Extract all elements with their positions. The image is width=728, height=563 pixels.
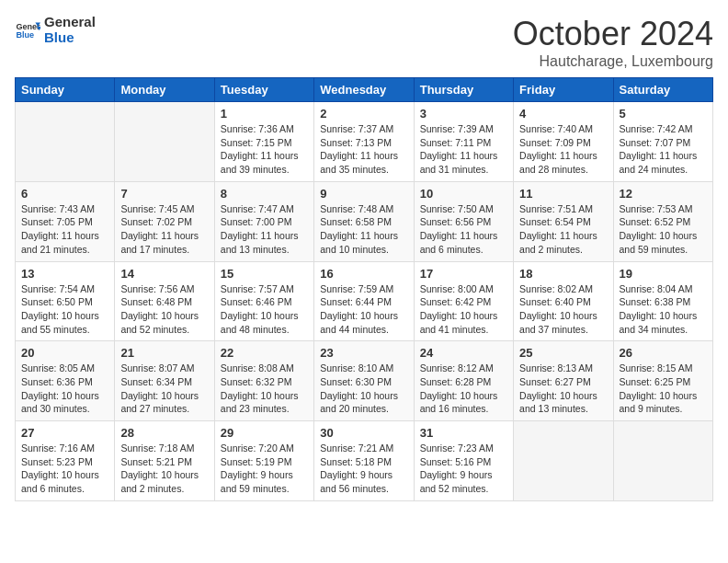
day-info: Sunrise: 8:07 AMSunset: 6:34 PMDaylight:… (120, 362, 208, 416)
calendar-cell: 25Sunrise: 8:13 AMSunset: 6:27 PMDayligh… (514, 341, 613, 421)
calendar-cell: 1Sunrise: 7:36 AMSunset: 7:15 PMDaylight… (214, 102, 313, 182)
calendar-week-row: 13Sunrise: 7:54 AMSunset: 6:50 PMDayligh… (16, 261, 713, 341)
calendar-cell: 21Sunrise: 8:07 AMSunset: 6:34 PMDayligh… (115, 341, 214, 421)
day-number: 20 (21, 346, 108, 360)
day-header-friday: Friday (514, 78, 613, 102)
day-info: Sunrise: 7:43 AMSunset: 7:05 PMDaylight:… (21, 202, 108, 257)
day-number: 27 (21, 426, 108, 440)
calendar-cell: 8Sunrise: 7:47 AMSunset: 7:00 PMDaylight… (214, 181, 313, 261)
day-number: 4 (519, 107, 607, 121)
calendar-week-row: 1Sunrise: 7:36 AMSunset: 7:15 PMDaylight… (16, 102, 713, 182)
calendar-week-row: 6Sunrise: 7:43 AMSunset: 7:05 PMDaylight… (16, 181, 713, 261)
day-info: Sunrise: 8:08 AMSunset: 6:32 PMDaylight:… (221, 362, 308, 416)
calendar-cell: 4Sunrise: 7:40 AMSunset: 7:09 PMDaylight… (514, 102, 613, 182)
day-info: Sunrise: 8:12 AMSunset: 6:28 PMDaylight:… (420, 362, 507, 416)
day-info: Sunrise: 8:04 AMSunset: 6:38 PMDaylight:… (620, 282, 707, 337)
day-number: 19 (620, 267, 707, 281)
day-info: Sunrise: 7:18 AMSunset: 5:21 PMDaylight:… (120, 442, 208, 496)
day-header-monday: Monday (115, 78, 214, 102)
calendar-cell: 7Sunrise: 7:45 AMSunset: 7:02 PMDaylight… (115, 181, 214, 261)
day-info: Sunrise: 7:37 AMSunset: 7:13 PMDaylight:… (320, 122, 407, 177)
day-number: 23 (320, 346, 407, 360)
day-number: 16 (320, 267, 407, 281)
day-number: 15 (221, 267, 308, 281)
day-number: 30 (320, 426, 407, 440)
logo-blue: Blue (44, 30, 96, 46)
day-number: 8 (221, 187, 308, 201)
calendar-cell: 27Sunrise: 7:16 AMSunset: 5:23 PMDayligh… (16, 421, 115, 501)
day-number: 12 (620, 187, 707, 201)
calendar-cell: 11Sunrise: 7:51 AMSunset: 6:54 PMDayligh… (514, 181, 613, 261)
calendar-cell: 15Sunrise: 7:57 AMSunset: 6:46 PMDayligh… (214, 261, 313, 341)
logo-icon: General Blue (15, 17, 40, 43)
calendar-cell: 18Sunrise: 8:02 AMSunset: 6:40 PMDayligh… (514, 261, 613, 341)
day-info: Sunrise: 7:40 AMSunset: 7:09 PMDaylight:… (519, 122, 607, 177)
day-header-wednesday: Wednesday (314, 78, 414, 102)
day-info: Sunrise: 7:39 AMSunset: 7:11 PMDaylight:… (420, 122, 507, 177)
calendar-cell: 3Sunrise: 7:39 AMSunset: 7:11 PMDaylight… (414, 102, 513, 182)
calendar-cell: 24Sunrise: 8:12 AMSunset: 6:28 PMDayligh… (414, 341, 513, 421)
calendar-header-row: SundayMondayTuesdayWednesdayThursdayFrid… (16, 78, 713, 102)
calendar-cell: 5Sunrise: 7:42 AMSunset: 7:07 PMDaylight… (613, 102, 712, 182)
calendar-cell: 2Sunrise: 7:37 AMSunset: 7:13 PMDaylight… (314, 102, 414, 182)
day-number: 5 (620, 107, 707, 121)
day-info: Sunrise: 7:51 AMSunset: 6:54 PMDaylight:… (519, 202, 607, 257)
page-header: General Blue General Blue October 2024 H… (15, 15, 713, 70)
day-info: Sunrise: 8:10 AMSunset: 6:30 PMDaylight:… (320, 362, 407, 416)
day-number: 24 (420, 346, 507, 360)
calendar-cell: 28Sunrise: 7:18 AMSunset: 5:21 PMDayligh… (115, 421, 214, 501)
day-info: Sunrise: 7:16 AMSunset: 5:23 PMDaylight:… (21, 442, 108, 496)
day-info: Sunrise: 7:20 AMSunset: 5:19 PMDaylight:… (221, 442, 308, 496)
day-number: 25 (519, 346, 607, 360)
svg-text:Blue: Blue (16, 30, 34, 40)
logo: General Blue General Blue (15, 15, 96, 45)
day-number: 1 (221, 107, 308, 121)
day-info: Sunrise: 7:42 AMSunset: 7:07 PMDaylight:… (620, 122, 707, 177)
day-number: 9 (320, 187, 407, 201)
day-info: Sunrise: 7:59 AMSunset: 6:44 PMDaylight:… (320, 282, 407, 337)
day-info: Sunrise: 8:15 AMSunset: 6:25 PMDaylight:… (620, 362, 707, 416)
calendar-cell: 23Sunrise: 8:10 AMSunset: 6:30 PMDayligh… (314, 341, 414, 421)
calendar-cell: 17Sunrise: 8:00 AMSunset: 6:42 PMDayligh… (414, 261, 513, 341)
calendar-table: SundayMondayTuesdayWednesdayThursdayFrid… (15, 77, 713, 501)
day-info: Sunrise: 7:47 AMSunset: 7:00 PMDaylight:… (221, 202, 308, 257)
title-area: October 2024 Hautcharage, Luxembourg (513, 15, 713, 70)
day-number: 22 (221, 346, 308, 360)
calendar-cell: 14Sunrise: 7:56 AMSunset: 6:48 PMDayligh… (115, 261, 214, 341)
calendar-cell: 31Sunrise: 7:23 AMSunset: 5:16 PMDayligh… (414, 421, 513, 501)
day-number: 17 (420, 267, 507, 281)
calendar-cell: 19Sunrise: 8:04 AMSunset: 6:38 PMDayligh… (613, 261, 712, 341)
calendar-cell (514, 421, 613, 501)
day-info: Sunrise: 7:56 AMSunset: 6:48 PMDaylight:… (120, 282, 208, 337)
day-number: 31 (420, 426, 507, 440)
day-number: 28 (120, 426, 208, 440)
day-info: Sunrise: 8:02 AMSunset: 6:40 PMDaylight:… (519, 282, 607, 337)
calendar-cell: 26Sunrise: 8:15 AMSunset: 6:25 PMDayligh… (613, 341, 712, 421)
calendar-cell (115, 102, 214, 182)
day-info: Sunrise: 7:57 AMSunset: 6:46 PMDaylight:… (221, 282, 308, 337)
day-number: 11 (519, 187, 607, 201)
day-number: 2 (320, 107, 407, 121)
day-info: Sunrise: 7:48 AMSunset: 6:58 PMDaylight:… (320, 202, 407, 257)
day-header-tuesday: Tuesday (214, 78, 313, 102)
day-info: Sunrise: 7:36 AMSunset: 7:15 PMDaylight:… (221, 122, 308, 177)
calendar-cell: 30Sunrise: 7:21 AMSunset: 5:18 PMDayligh… (314, 421, 414, 501)
day-info: Sunrise: 7:50 AMSunset: 6:56 PMDaylight:… (420, 202, 507, 257)
day-info: Sunrise: 7:21 AMSunset: 5:18 PMDaylight:… (320, 442, 407, 496)
calendar-cell: 13Sunrise: 7:54 AMSunset: 6:50 PMDayligh… (16, 261, 115, 341)
day-number: 26 (620, 346, 707, 360)
calendar-week-row: 27Sunrise: 7:16 AMSunset: 5:23 PMDayligh… (16, 421, 713, 501)
day-info: Sunrise: 7:54 AMSunset: 6:50 PMDaylight:… (21, 282, 108, 337)
calendar-cell: 6Sunrise: 7:43 AMSunset: 7:05 PMDaylight… (16, 181, 115, 261)
calendar-cell: 9Sunrise: 7:48 AMSunset: 6:58 PMDaylight… (314, 181, 414, 261)
calendar-cell: 22Sunrise: 8:08 AMSunset: 6:32 PMDayligh… (214, 341, 313, 421)
calendar-cell: 20Sunrise: 8:05 AMSunset: 6:36 PMDayligh… (16, 341, 115, 421)
day-header-sunday: Sunday (16, 78, 115, 102)
day-number: 3 (420, 107, 507, 121)
day-info: Sunrise: 8:13 AMSunset: 6:27 PMDaylight:… (519, 362, 607, 416)
logo-general: General (44, 15, 96, 30)
calendar-cell (16, 102, 115, 182)
calendar-week-row: 20Sunrise: 8:05 AMSunset: 6:36 PMDayligh… (16, 341, 713, 421)
day-number: 6 (21, 187, 108, 201)
day-header-thursday: Thursday (414, 78, 513, 102)
